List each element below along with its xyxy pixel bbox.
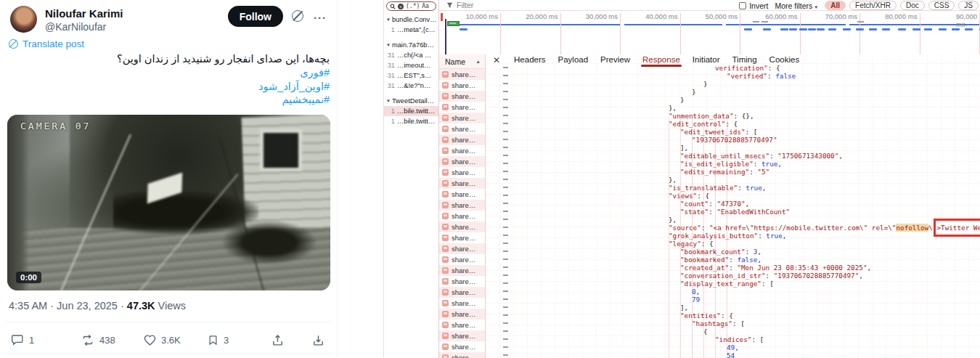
- request-row[interactable]: share…: [439, 189, 485, 200]
- response-json-line: }: [692, 88, 696, 96]
- response-json-line: }: [703, 80, 708, 88]
- filter-chip[interactable]: Fetch/XHR: [849, 1, 897, 10]
- request-row[interactable]: share…: [439, 200, 485, 211]
- waterfall-dash: [799, 28, 807, 30]
- request-row[interactable]: share…: [439, 254, 485, 265]
- expand-triangle-icon[interactable]: ▼: [386, 99, 391, 103]
- request-row[interactable]: share…: [439, 91, 485, 102]
- waterfall-dash: [952, 28, 960, 30]
- request-file-icon: [442, 267, 449, 274]
- request-file-icon: [442, 235, 449, 241]
- response-json-line: "indices": [: [715, 335, 764, 343]
- request-row[interactable]: share…: [439, 320, 485, 330]
- search-result-match[interactable]: 31…imeout…: [384, 60, 438, 70]
- filter-input[interactable]: Filter: [457, 1, 473, 9]
- request-row[interactable]: share…: [439, 221, 485, 232]
- wrapped-line-marker: [503, 195, 508, 196]
- repost-button[interactable]: 438: [81, 334, 115, 346]
- hashtag-link[interactable]: #فوری: [7, 66, 330, 80]
- author-handle[interactable]: @KarNiloufar: [45, 21, 106, 33]
- request-row[interactable]: share…: [439, 145, 485, 156]
- request-row[interactable]: share…: [439, 276, 485, 287]
- request-row[interactable]: share…: [439, 80, 485, 91]
- share-button[interactable]: [271, 334, 284, 346]
- regex-toggle-icon[interactable]: (.*): [406, 4, 420, 9]
- expand-triangle-icon[interactable]: ▼: [386, 43, 391, 47]
- response-body[interactable]: verification": {"verified": false}}}},"u…: [486, 54, 980, 358]
- download-button[interactable]: [312, 334, 324, 346]
- request-row[interactable]: share…: [439, 352, 485, 358]
- wrapped-line-marker: [503, 163, 508, 164]
- filter-chip[interactable]: CSS: [928, 1, 955, 10]
- invert-checkbox[interactable]: Invert: [739, 1, 768, 10]
- hashtag-link[interactable]: #اوین_آزاد_شود: [7, 80, 330, 94]
- search-result-match[interactable]: 31…ch(/<a …: [384, 50, 438, 60]
- more-filters-dropdown[interactable]: More filters▼: [775, 1, 818, 10]
- response-json-line: "bookmarked": false,: [680, 256, 761, 264]
- like-button[interactable]: 3.6K: [144, 334, 181, 346]
- request-row[interactable]: share…: [439, 102, 485, 113]
- request-row[interactable]: share…: [439, 309, 485, 320]
- share-icon: [271, 334, 284, 346]
- waterfall-dash: [898, 28, 906, 30]
- filter-chip[interactable]: All: [825, 1, 846, 10]
- wrapped-line-marker: [503, 123, 508, 124]
- request-row[interactable]: share…: [439, 113, 485, 123]
- like-icon: [144, 334, 156, 346]
- match-case-toggle-icon[interactable]: Aa: [422, 4, 429, 9]
- search-result-file[interactable]: ▼bundle.Conv…: [384, 15, 438, 25]
- request-row[interactable]: share…: [439, 287, 485, 298]
- response-json-line: 0,: [692, 288, 700, 296]
- expand-triangle-icon[interactable]: ▼: [386, 17, 391, 22]
- request-row[interactable]: share…: [439, 298, 485, 309]
- search-result-file[interactable]: ▼main.7a76b…: [384, 40, 438, 50]
- response-json-line: "edit_control": {: [669, 120, 738, 128]
- translate-post-link[interactable]: Translate post: [9, 38, 84, 49]
- request-file-icon: [442, 311, 449, 317]
- request-row[interactable]: share…: [439, 156, 485, 167]
- search-result-match[interactable]: 31…EST",s…: [384, 70, 438, 81]
- search-result-match[interactable]: 1…bile.twitt…: [384, 106, 438, 116]
- more-menu-icon[interactable]: ···: [314, 12, 327, 24]
- response-json-line: "created_at": "Mon Jun 23 08:35:43 +0000…: [680, 264, 871, 272]
- search-result-match[interactable]: 1…bile.twitt…: [384, 116, 438, 126]
- search-result-file[interactable]: ▼TweetDetail…: [384, 96, 438, 106]
- request-row[interactable]: share…: [439, 69, 485, 80]
- author-name[interactable]: Niloufar Karimi: [45, 7, 123, 20]
- request-row[interactable]: share…: [439, 134, 485, 145]
- wrapped-line-marker: [503, 203, 508, 204]
- request-row[interactable]: share…: [439, 232, 485, 243]
- video-player[interactable]: CAMERA 07 0:00: [7, 115, 330, 290]
- response-json-line: },: [669, 176, 677, 184]
- timeline-gridline: [800, 13, 801, 54]
- request-row[interactable]: share…: [439, 123, 485, 134]
- timeline-gridline: [740, 13, 740, 54]
- follow-button[interactable]: Follow: [228, 6, 283, 27]
- grok-icon[interactable]: [292, 10, 303, 22]
- request-row[interactable]: share…: [439, 178, 485, 189]
- bookmark-button[interactable]: 3: [208, 334, 229, 346]
- waterfall-dash: [744, 28, 752, 30]
- request-row[interactable]: share…: [439, 243, 485, 254]
- search-result-match[interactable]: 1…meta",{c…: [384, 25, 438, 35]
- request-row[interactable]: share…: [439, 167, 485, 178]
- timeline-gridline: [560, 13, 561, 54]
- avatar[interactable]: [10, 6, 37, 33]
- request-row[interactable]: share…: [439, 330, 485, 341]
- request-row[interactable]: share…: [439, 211, 485, 221]
- filter-chip[interactable]: Doc: [900, 1, 925, 10]
- name-column-header[interactable]: Name ▲: [439, 54, 485, 69]
- search-result-match[interactable]: 31…&!e?"n…: [384, 81, 438, 91]
- wrapped-line-marker: [503, 219, 508, 220]
- checkbox-icon[interactable]: [739, 2, 746, 9]
- tweet-pane: Niloufar Karimi @KarNiloufar Follow ··· …: [0, 0, 338, 358]
- request-row[interactable]: share…: [439, 265, 485, 276]
- hashtag-link[interactable]: #نمیبخشیم: [7, 93, 330, 107]
- reply-button[interactable]: 1: [12, 334, 34, 346]
- waterfall-overview[interactable]: 10,000 ms20,000 ms30,000 ms40,000 ms50,0…: [439, 11, 980, 54]
- devtools-search-input[interactable]: x (.*) Aa: [386, 1, 436, 11]
- wrapped-line-marker: [503, 259, 508, 260]
- clear-search-icon[interactable]: x: [398, 4, 404, 9]
- request-row[interactable]: share…: [439, 341, 485, 352]
- filter-chip[interactable]: JS: [958, 1, 979, 10]
